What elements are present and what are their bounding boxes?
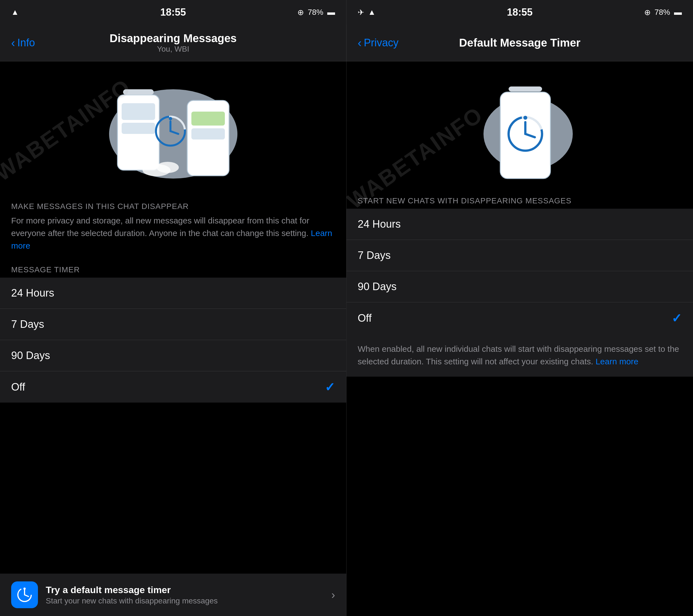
list-item-90d-left[interactable]: 90 Days	[0, 340, 346, 371]
right-nav: ‹ Privacy Default Message Timer	[346, 24, 693, 61]
svg-rect-11	[191, 112, 225, 125]
svg-rect-2	[123, 89, 154, 95]
right-panel: WABETAINFO START NEW CHAT	[346, 61, 693, 616]
left-description-text: For more privacy and storage, all new me…	[11, 216, 311, 238]
list-item-label-24h-right: 24 Hours	[358, 218, 401, 230]
right-time: 18:55	[507, 6, 533, 18]
svg-point-14	[157, 162, 179, 173]
checkmark-off-left: ✓	[325, 380, 335, 394]
left-illustration	[0, 61, 346, 195]
promo-text-group: Try a default message timer Start your n…	[46, 584, 324, 605]
right-section-label: START NEW CHATS WITH DISAPPEARING MESSAG…	[346, 190, 693, 209]
right-learn-more-link[interactable]: Learn more	[596, 357, 638, 366]
list-item-off-left[interactable]: Off ✓	[0, 371, 346, 402]
back-button-right[interactable]: ‹ Privacy	[358, 37, 399, 49]
right-status-icons: ✈ ▲	[358, 8, 376, 17]
list-item-90d-right[interactable]: 90 Days	[346, 271, 693, 302]
battery-icon-left: ▬	[327, 8, 335, 17]
promo-title: Try a default message timer	[46, 584, 324, 595]
battery-icon-right: ▬	[674, 8, 682, 17]
right-phone-illustration	[467, 75, 573, 181]
left-section-label: MAKE MESSAGES IN THIS CHAT DISAPPEAR	[0, 195, 346, 214]
right-timer-list: 24 Hours 7 Days 90 Days Off ✓	[346, 209, 693, 334]
list-item-label-off-left: Off	[11, 381, 25, 393]
checkmark-off-right: ✓	[672, 311, 682, 325]
left-panel: WABETAINFO	[0, 61, 346, 616]
left-nav: ‹ Info Disappearing Messages You, WBI	[0, 24, 346, 61]
promo-banner[interactable]: Try a default message timer Start your n…	[0, 574, 346, 616]
back-button-left[interactable]: ‹ Info	[11, 37, 35, 49]
list-item-label-7d-right: 7 Days	[358, 250, 391, 261]
svg-rect-12	[191, 128, 225, 139]
left-battery: 78%	[308, 8, 323, 17]
back-label-right: Privacy	[364, 37, 399, 49]
svg-rect-21	[509, 86, 542, 92]
svg-point-24	[523, 116, 527, 120]
list-item-label-off-right: Off	[358, 312, 372, 324]
list-item-7d-left[interactable]: 7 Days	[0, 309, 346, 340]
status-bar: ▲ 18:55 ⊕ 78% ▬ ✈ ▲ 18:55 ⊕ 78% ▬	[0, 0, 693, 24]
wifi-icon-right: ▲	[368, 8, 376, 17]
left-nav-title: Disappearing Messages	[110, 32, 237, 45]
right-description-area: When enabled, all new individual chats w…	[346, 334, 693, 377]
left-nav-subtitle: You, WBI	[110, 45, 237, 54]
right-nav-title: Default Message Timer	[459, 37, 580, 49]
right-nav-title-group: Default Message Timer	[459, 37, 580, 49]
location-icon: ⊕	[297, 8, 304, 17]
left-timer-list: 24 Hours 7 Days 90 Days Off ✓	[0, 278, 346, 402]
svg-point-7	[169, 117, 172, 120]
svg-rect-4	[122, 123, 155, 134]
chevron-left-icon-right: ‹	[358, 37, 361, 49]
chevron-left-icon: ‹	[11, 37, 15, 49]
list-item-24h-right[interactable]: 24 Hours	[346, 209, 693, 240]
left-status-icons: ▲	[11, 8, 19, 17]
left-description: For more privacy and storage, all new me…	[0, 214, 346, 259]
wifi-icon: ▲	[11, 8, 19, 17]
list-item-7d-right[interactable]: 7 Days	[346, 240, 693, 271]
right-status-right-icons: ⊕ 78% ▬	[644, 8, 682, 17]
message-timer-label: MESSAGE TIMER	[0, 259, 346, 278]
right-battery: 78%	[654, 8, 670, 17]
list-item-label-7d-left: 7 Days	[11, 318, 44, 330]
list-item-24h-left[interactable]: 24 Hours	[0, 278, 346, 309]
main-content: WABETAINFO	[0, 61, 693, 616]
promo-subtitle: Start your new chats with disappearing m…	[46, 596, 324, 605]
right-illustration	[346, 61, 693, 190]
svg-rect-3	[122, 103, 155, 120]
nav-bar: ‹ Info Disappearing Messages You, WBI ‹ …	[0, 24, 693, 61]
list-item-label-24h-left: 24 Hours	[11, 287, 54, 299]
left-phones-illustration	[101, 78, 246, 184]
back-label-left: Info	[17, 37, 35, 49]
promo-chevron-icon: ›	[332, 589, 335, 601]
list-item-off-right[interactable]: Off ✓	[346, 302, 693, 334]
left-status-right-icons: ⊕ 78% ▬	[297, 8, 335, 17]
timer-app-icon	[16, 587, 33, 603]
svg-line-18	[24, 595, 28, 596]
list-item-label-90d-right: 90 Days	[358, 281, 396, 293]
left-nav-title-group: Disappearing Messages You, WBI	[110, 32, 237, 54]
location-icon-right: ⊕	[644, 8, 651, 17]
list-item-label-90d-left: 90 Days	[11, 350, 50, 361]
left-time: 18:55	[160, 6, 186, 18]
airplane-icon: ✈	[358, 8, 364, 17]
status-bar-left: ▲ 18:55 ⊕ 78% ▬	[0, 0, 346, 24]
status-bar-right: ✈ ▲ 18:55 ⊕ 78% ▬	[346, 0, 693, 24]
promo-icon	[11, 581, 38, 608]
